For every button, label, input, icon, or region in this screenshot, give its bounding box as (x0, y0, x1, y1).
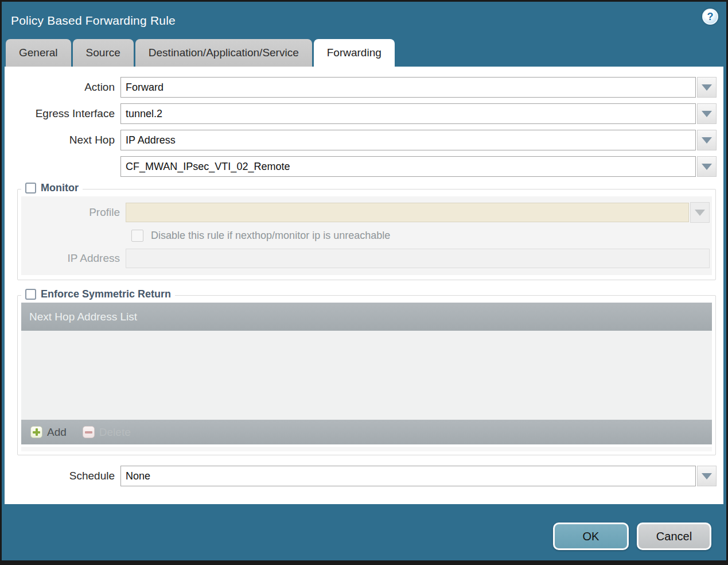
next-hop-address-dropdown-button[interactable] (697, 156, 717, 177)
monitor-checkbox[interactable] (25, 183, 36, 194)
egress-interface-label: Egress Interface (5, 107, 120, 120)
chevron-down-icon (702, 137, 712, 144)
profile-input-disabled (126, 203, 689, 222)
minus-icon (83, 426, 95, 438)
monitor-ip-input-disabled (126, 249, 710, 268)
chevron-down-icon (702, 164, 712, 170)
symmetric-return-title: Enforce Symmetric Return (41, 288, 171, 300)
schedule-dropdown-button[interactable] (697, 466, 717, 486)
tab-bar: General Source Destination/Application/S… (2, 39, 726, 67)
next-hop-dropdown-button[interactable] (697, 130, 717, 150)
schedule-label: Schedule (5, 470, 120, 482)
delete-button: Delete (83, 426, 131, 439)
monitor-title: Monitor (41, 182, 79, 194)
monitor-ip-label: IP Address (21, 252, 126, 265)
add-button[interactable]: Add (30, 426, 67, 439)
ok-button[interactable]: OK (553, 523, 629, 550)
next-hop-address-row (5, 156, 717, 177)
next-hop-row: Next Hop (5, 130, 717, 150)
delete-button-label: Delete (99, 426, 131, 439)
table-footer: Add Delete (21, 420, 712, 444)
chevron-down-icon (702, 473, 712, 479)
tab-destination-application-service[interactable]: Destination/Application/Service (135, 39, 312, 67)
disable-rule-checkbox-disabled (131, 230, 143, 242)
plus-icon (30, 426, 42, 438)
monitor-legend: Monitor (21, 182, 83, 194)
forwarding-tab-panel: Action Egress Interface Next Hop Monitor (5, 67, 723, 504)
monitor-group: Monitor Profile Disable this rule if nex… (17, 189, 716, 280)
monitor-ip-row: IP Address (21, 249, 710, 268)
help-icon[interactable]: ? (702, 9, 718, 25)
profile-row: Profile (21, 202, 710, 223)
egress-interface-input[interactable] (120, 103, 696, 124)
dialog-footer: OK Cancel (2, 504, 726, 550)
symmetric-return-group: Enforce Symmetric Return Next Hop Addres… (17, 295, 716, 455)
table-scroll-strip (21, 447, 712, 451)
action-label: Action (5, 81, 120, 94)
dialog-titlebar: Policy Based Forwarding Rule ? (2, 2, 726, 39)
next-hop-address-input[interactable] (120, 156, 696, 177)
symmetric-return-checkbox[interactable] (25, 289, 36, 300)
dialog-title: Policy Based Forwarding Rule (11, 14, 176, 28)
next-hop-type-input[interactable] (120, 130, 696, 150)
tab-source[interactable]: Source (73, 39, 134, 67)
schedule-row: Schedule (5, 466, 717, 486)
disable-rule-row: Disable this rule if nexthop/monitor ip … (131, 230, 710, 242)
action-dropdown-button[interactable] (697, 77, 717, 98)
tab-forwarding[interactable]: Forwarding (314, 39, 395, 67)
next-hop-address-table: Next Hop Address List Add Delete (21, 303, 712, 444)
table-header: Next Hop Address List (21, 303, 712, 331)
monitor-panel: Profile Disable this rule if nexthop/mon… (21, 196, 712, 275)
add-button-label: Add (47, 426, 67, 439)
profile-dropdown-button-disabled (690, 202, 710, 223)
symmetric-return-legend: Enforce Symmetric Return (21, 288, 175, 300)
egress-interface-row: Egress Interface (5, 103, 717, 124)
cancel-button[interactable]: Cancel (637, 523, 711, 550)
schedule-input[interactable] (120, 466, 696, 486)
action-input[interactable] (120, 77, 696, 98)
table-body[interactable] (21, 331, 712, 420)
chevron-down-icon (702, 111, 712, 117)
profile-label: Profile (21, 206, 126, 219)
chevron-down-icon (695, 210, 705, 216)
tab-general[interactable]: General (6, 39, 71, 67)
egress-interface-dropdown-button[interactable] (697, 103, 717, 124)
chevron-down-icon (702, 84, 712, 91)
table-header-label: Next Hop Address List (29, 311, 137, 323)
disable-rule-label: Disable this rule if nexthop/monitor ip … (151, 230, 390, 242)
next-hop-label: Next Hop (5, 134, 120, 146)
action-row: Action (5, 77, 717, 98)
